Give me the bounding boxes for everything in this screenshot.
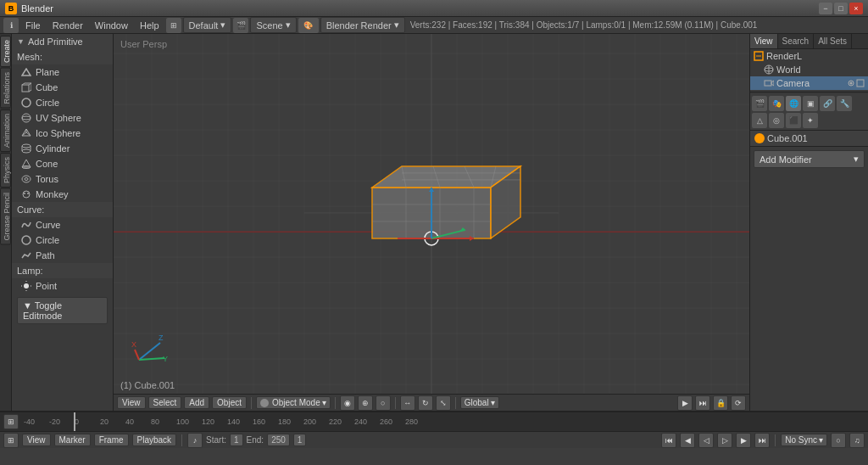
mesh-torus-label: Torus — [36, 174, 58, 184]
add-modifier-arrow: ▾ — [854, 154, 859, 165]
mesh-uvsphere[interactable]: UV Sphere — [12, 110, 113, 126]
menu-render[interactable]: Render — [47, 19, 88, 32]
render-engine-icon[interactable]: 🎨 — [298, 18, 319, 33]
outliner-item-renderl[interactable]: RenderL — [750, 49, 868, 63]
menu-file[interactable]: File — [20, 19, 46, 32]
scene-props-icon[interactable]: 🎭 — [769, 96, 784, 111]
play-btn[interactable]: ▷ — [717, 433, 732, 448]
transform-orientation-dropdown[interactable]: Global ▾ — [460, 396, 499, 409]
sync-icon[interactable]: ⟳ — [731, 395, 746, 411]
prev-frame-btn[interactable]: ◀ — [680, 433, 695, 448]
toggle-editmode-button[interactable]: ▼ Toggle Editmode — [17, 297, 108, 324]
side-tab-grease-pencil[interactable]: Grease Pencil — [0, 188, 11, 245]
mesh-torus[interactable]: Torus — [12, 171, 113, 187]
mesh-cube[interactable]: Cube — [12, 80, 113, 95]
outliner-item-camera[interactable]: Camera — [750, 76, 868, 90]
menu-help[interactable]: Help — [135, 19, 164, 32]
info-icon[interactable]: ℹ — [3, 18, 19, 33]
add-primitive-header[interactable]: ▼ Add Primitive — [12, 34, 113, 49]
mesh-circle[interactable]: Circle — [12, 95, 113, 110]
next-frame-btn[interactable]: ▶ — [736, 433, 751, 448]
opengl-render-anim-icon[interactable]: ⏭ — [695, 395, 710, 411]
data-icon[interactable]: △ — [752, 113, 767, 128]
mesh-icosphere[interactable]: Ico Sphere — [12, 126, 113, 141]
layout-dropdown[interactable]: Default ▾ — [183, 17, 232, 33]
mesh-plane[interactable]: Plane — [12, 64, 113, 80]
maximize-button[interactable]: □ — [834, 3, 848, 14]
menu-window[interactable]: Window — [90, 19, 133, 32]
constraints-icon[interactable]: 🔗 — [820, 96, 835, 111]
mesh-monkey-label: Monkey — [36, 189, 69, 199]
audio-scrub-icon[interactable]: ♫ — [849, 433, 865, 448]
pivot-icon[interactable]: ◉ — [340, 395, 355, 411]
particles-icon[interactable]: ✦ — [803, 113, 818, 128]
no-sync-dropdown[interactable]: No Sync ▾ — [781, 434, 827, 446]
object-button[interactable]: Object — [212, 396, 247, 409]
jump-start-btn[interactable]: ⏮ — [661, 433, 676, 448]
svg-rect-66 — [20, 412, 865, 431]
mesh-monkey[interactable]: Monkey — [12, 187, 113, 202]
render-props-icon[interactable]: 🎬 — [752, 96, 767, 111]
mesh-cylinder[interactable]: Cylinder — [12, 141, 113, 156]
side-tab-create[interactable]: Create — [0, 36, 11, 67]
start-value[interactable]: 1 — [230, 434, 243, 446]
opengl-render-icon[interactable]: ▶ — [677, 395, 693, 411]
rotate-icon[interactable]: ↻ — [418, 395, 433, 411]
minimize-button[interactable]: − — [819, 3, 832, 14]
mesh-cone[interactable]: Cone — [12, 156, 113, 171]
timeline-ruler[interactable]: -40 -20 0 20 40 80 100 120 140 160 180 2… — [20, 412, 865, 431]
current-frame-value[interactable]: 1 — [293, 434, 307, 446]
viewport[interactable]: User Persp — [114, 34, 749, 394]
lock-icon[interactable]: 🔒 — [713, 395, 728, 411]
footer-icon[interactable]: ⊞ — [3, 433, 19, 448]
add-button[interactable]: Add — [184, 396, 209, 409]
timeline-view-btn[interactable]: ⊞ — [3, 414, 19, 429]
side-tab-physics[interactable]: Physics — [0, 153, 11, 188]
prop-edit-icon[interactable]: ○ — [376, 395, 391, 411]
jump-end-btn[interactable]: ⏭ — [754, 433, 770, 448]
mesh-uvsphere-label: UV Sphere — [36, 113, 81, 123]
object-props-icon[interactable]: ▣ — [803, 96, 818, 111]
frame-drop-icon[interactable]: ○ — [831, 433, 846, 448]
translate-icon[interactable]: ↔ — [400, 395, 415, 411]
magnet-icon[interactable]: ⊕ — [358, 395, 373, 411]
footer-sep2 — [775, 434, 776, 446]
footer-frame[interactable]: Frame — [94, 434, 129, 446]
tab-view[interactable]: View — [750, 34, 778, 48]
select-button[interactable]: Select — [148, 396, 182, 409]
audio-icon[interactable]: ♪ — [187, 433, 203, 448]
tab-search[interactable]: Search — [778, 34, 815, 48]
material-icon[interactable]: ◎ — [769, 113, 784, 128]
layout-icon[interactable]: ⊞ — [166, 18, 181, 33]
end-value[interactable]: 250 — [267, 434, 290, 446]
scene-dropdown[interactable]: Scene ▾ — [250, 17, 296, 33]
side-tab-relations[interactable]: Relations — [0, 68, 11, 109]
texture-icon[interactable]: ⬛ — [786, 113, 801, 128]
scene-icon[interactable]: 🎬 — [233, 18, 248, 33]
play-reverse-btn[interactable]: ◁ — [698, 433, 714, 448]
curve-circle[interactable]: Circle — [12, 232, 113, 248]
cone-icon — [20, 158, 32, 170]
world-props-icon[interactable]: 🌐 — [786, 96, 801, 111]
modifiers-icon[interactable]: 🔧 — [837, 96, 852, 111]
toolbar-sep-4 — [455, 397, 456, 409]
curve-icon — [20, 219, 32, 231]
outliner-item-world[interactable]: World — [750, 63, 868, 76]
curve-curve[interactable]: Curve — [12, 217, 113, 232]
view-button[interactable]: View — [117, 396, 146, 409]
footer-marker[interactable]: Marker — [54, 434, 91, 446]
add-modifier-button[interactable]: Add Modifier ▾ — [754, 150, 865, 168]
curve-path[interactable]: Path — [12, 248, 113, 263]
close-button[interactable]: × — [849, 3, 863, 14]
object-mode-dropdown[interactable]: Object Mode ▾ — [256, 396, 331, 409]
side-tabs: Create Relations Animation Physics Greas… — [0, 34, 12, 411]
torus-icon — [20, 173, 32, 185]
world-icon — [764, 64, 774, 75]
side-tab-animation[interactable]: Animation — [0, 109, 11, 152]
render-engine-dropdown[interactable]: Blender Render ▾ — [320, 17, 405, 33]
footer-playback[interactable]: Playback — [132, 434, 177, 446]
scale-icon[interactable]: ⤡ — [436, 395, 451, 411]
tab-all-sets[interactable]: All Sets — [814, 34, 852, 48]
footer-view[interactable]: View — [22, 434, 51, 446]
lamp-point[interactable]: Point — [12, 278, 113, 294]
